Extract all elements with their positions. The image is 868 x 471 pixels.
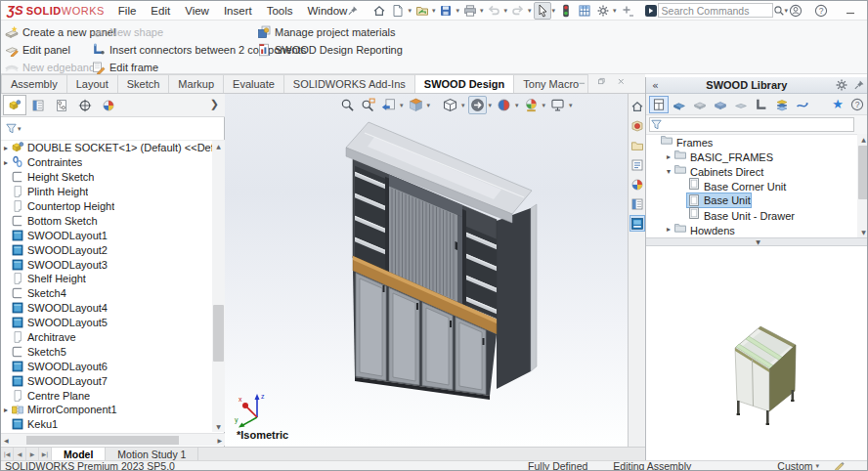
win-minimize-icon[interactable] — [844, 4, 857, 18]
feature-tree-item[interactable]: ▸MirrorComponent1 — [1, 403, 212, 417]
feature-tree-vscrollbar[interactable]: ▲ ▼ — [212, 141, 225, 432]
options-button-caret-icon[interactable]: ▾ — [613, 7, 617, 15]
xpress-tools-button[interactable] — [619, 2, 636, 20]
print-button-caret-icon[interactable]: ▾ — [480, 7, 484, 15]
feature-tree-item[interactable]: ▸Contraintes — [1, 155, 212, 170]
account-icon[interactable] — [789, 4, 803, 18]
menu-view[interactable]: View — [185, 5, 209, 17]
new-document-button-caret-icon[interactable]: ▾ — [408, 7, 412, 15]
open-document-button-caret-icon[interactable]: ▾ — [432, 7, 436, 15]
library-tree-item[interactable]: ▸Howdens — [646, 222, 857, 236]
library-pin-icon[interactable] — [853, 79, 865, 91]
scroll-up-icon[interactable]: ▲ — [212, 143, 225, 150]
rebuild-button[interactable] — [576, 2, 593, 20]
tag-pencil-icon[interactable] — [834, 460, 846, 471]
feature-tree-item[interactable]: SWOODLayout1 — [1, 228, 212, 242]
menu-tools[interactable]: Tools — [267, 5, 293, 17]
expand-arrow-icon[interactable]: ▸ — [1, 406, 11, 414]
library-connectors-button[interactable] — [793, 96, 812, 113]
open-document-button[interactable] — [413, 2, 431, 20]
menu-insert[interactable]: Insert — [224, 5, 252, 17]
design-library-tab[interactable] — [629, 137, 645, 153]
propertymanager-tab[interactable] — [26, 95, 50, 115]
library-help-icon[interactable]: ? — [850, 98, 864, 111]
swood-library-tab[interactable] — [629, 215, 645, 232]
tab-solidworks-add-ins[interactable]: SOLIDWORKS Add-Ins — [283, 74, 415, 93]
new-document-button[interactable] — [389, 2, 407, 20]
filter-funnel-icon[interactable] — [5, 122, 18, 135]
home-tab[interactable] — [629, 98, 645, 114]
library-materials-button[interactable] — [772, 96, 792, 113]
tab-swood-design[interactable]: SWOOD Design — [414, 74, 515, 93]
swood-design-reporting-button[interactable]: SWOOD Design Reporting — [257, 41, 403, 58]
displaymanager-tab[interactable] — [97, 95, 120, 115]
graphics-viewport[interactable]: ▾▾▾▾▾▾▾ — [225, 94, 628, 447]
expand-arrow-icon[interactable]: ▸ — [1, 158, 11, 167]
lib-scroll-down-icon[interactable]: ▼ — [857, 229, 868, 236]
configurationmanager-tab[interactable] — [50, 95, 73, 115]
library-tree-vscrollbar[interactable]: ▲ ▼ — [857, 134, 868, 237]
sheet-nav-1[interactable]: ◀ — [14, 448, 26, 460]
menu-edit[interactable]: Edit — [151, 5, 170, 17]
edit-frame-button[interactable]: Edit frame — [92, 59, 306, 75]
tab-assembly[interactable]: Assembly — [1, 74, 67, 93]
feature-tree-item[interactable]: Centre Plane — [1, 388, 212, 403]
hscroll-thumb[interactable] — [26, 436, 179, 445]
library-frames-button[interactable] — [649, 96, 669, 113]
sheet-nav-2[interactable]: ▶ — [26, 448, 39, 460]
feature-tree-item[interactable]: ▸DOUBLE SOCKET<1> (Default) <<Default>_D… — [1, 141, 212, 155]
feature-tree-item[interactable]: Sketch5 — [1, 344, 212, 359]
library-shape-flat-button[interactable] — [690, 96, 710, 113]
feature-tree-item[interactable]: Shelf Height — [1, 272, 212, 286]
wall-unit-3d-model[interactable] — [228, 94, 628, 447]
library-shape-solid-button[interactable] — [711, 96, 730, 113]
sheet-nav-0[interactable]: |◀ — [1, 448, 14, 460]
feature-tree-item[interactable]: SWOODLayout6 — [1, 359, 212, 373]
feature-tree-hscrollbar[interactable]: ◀ ▶ — [1, 433, 225, 446]
custom-dropdown[interactable]: Custom ▾ — [777, 460, 820, 471]
interference-check-button[interactable] — [557, 2, 575, 20]
help-icon[interactable]: ? — [814, 4, 828, 18]
command-box-icon[interactable] — [644, 4, 658, 18]
doc-minimize-icon[interactable] — [578, 77, 588, 88]
search-input[interactable] — [658, 3, 773, 18]
collapse-panel-icon[interactable]: « — [652, 79, 659, 92]
library-profiles-button[interactable] — [752, 96, 771, 113]
scroll-left-icon[interactable]: ◀ — [4, 437, 9, 444]
feature-tree-item[interactable]: SWOODLayout7 — [1, 373, 212, 388]
scroll-right-icon[interactable]: ▶ — [217, 437, 222, 444]
expand-arrow-icon[interactable]: ▸ — [664, 152, 673, 161]
feature-tree-item[interactable]: SWOODLayout2 — [1, 242, 212, 257]
select-tool-button[interactable] — [534, 2, 551, 20]
tab-evaluate[interactable]: Evaluate — [223, 74, 284, 93]
tab-markup[interactable]: Markup — [168, 74, 224, 93]
doc-restore-icon[interactable] — [597, 77, 608, 88]
custom-properties-tab[interactable] — [629, 156, 645, 173]
menu-file[interactable]: File — [118, 5, 137, 17]
panel-expand-icon[interactable]: ❯ — [210, 98, 219, 110]
filter-caret-icon[interactable]: ▾ — [18, 125, 22, 133]
home-icon[interactable] — [370, 2, 388, 20]
feature-tree-item[interactable]: Architrave — [1, 330, 212, 345]
undo-button-caret-icon[interactable]: ▾ — [503, 7, 507, 15]
lib-vscroll-thumb[interactable] — [858, 146, 868, 199]
select-tool-button-caret-icon[interactable]: ▾ — [552, 7, 556, 15]
search-icon[interactable] — [773, 5, 785, 17]
manage-project-materials-button[interactable]: Manage project materials — [257, 23, 403, 40]
feature-tree-item[interactable]: SWOODLayout3 — [1, 257, 212, 272]
library-shape-thin-button[interactable] — [731, 96, 751, 113]
undo-button[interactable] — [485, 2, 502, 20]
library-tree-item[interactable]: Base Corner Unit — [646, 179, 857, 193]
search-caret-icon[interactable]: ▾ — [785, 7, 789, 15]
save-button[interactable] — [437, 2, 455, 20]
library-splitter[interactable]: ▼ — [646, 237, 868, 246]
wall-unit-model[interactable] — [228, 94, 628, 447]
favorites-star-icon[interactable]: ★ — [832, 97, 844, 111]
sheet-nav-3[interactable]: ▶| — [39, 448, 52, 460]
lib-scroll-up-icon[interactable]: ▲ — [857, 136, 868, 143]
expand-arrow-icon[interactable]: ▾ — [664, 167, 673, 176]
doc-close-icon[interactable] — [617, 77, 628, 88]
feature-tree-item[interactable]: Bottom Sketch — [1, 213, 212, 228]
tab-sketch[interactable]: Sketch — [117, 74, 170, 93]
library-filter-input[interactable] — [663, 119, 853, 131]
